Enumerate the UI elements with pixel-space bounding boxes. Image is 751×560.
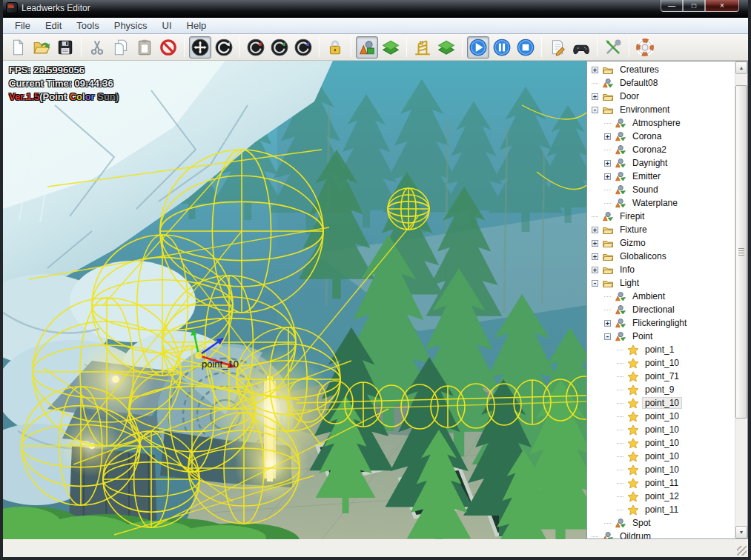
new-file-button[interactable]	[7, 36, 29, 59]
tree-item-label: Atmosphere	[629, 117, 684, 129]
menu-item-edit[interactable]: Edit	[38, 19, 69, 33]
resize-grip[interactable]	[737, 546, 747, 556]
tree-item-waterplane[interactable]: Waterplane	[588, 196, 735, 210]
scene-tree-panel: +CreaturesDefault08+Door-EnvironmentAtmo…	[586, 61, 748, 539]
tree-item-emitter[interactable]: +Emitter	[588, 170, 735, 183]
rotate-y-button[interactable]	[268, 36, 291, 59]
tree-item-spot[interactable]: Spot	[588, 516, 735, 530]
collapse-icon[interactable]: -	[604, 333, 611, 340]
expand-icon[interactable]: +	[604, 320, 611, 327]
scrollbar-down-button[interactable]: ▼	[735, 526, 747, 539]
main-area: point_10 FPS: 28.5996056 Current Time: 0…	[3, 61, 748, 539]
tree-item-light[interactable]: -Light	[588, 276, 735, 290]
minimize-button[interactable]: —	[661, 0, 683, 12]
menu-item-file[interactable]: File	[7, 19, 38, 33]
tree-item-point_10[interactable]: point_10	[588, 436, 735, 450]
tree-item-atmosphere[interactable]: Atmosphere	[588, 116, 735, 130]
tree-item-point_10[interactable]: point_10	[588, 410, 735, 423]
tree-item-daynight[interactable]: +Daynight	[588, 156, 735, 170]
lock-button[interactable]	[324, 36, 346, 59]
expand-icon[interactable]: +	[592, 227, 598, 233]
pause-button[interactable]	[491, 36, 513, 59]
expand-icon[interactable]: +	[604, 133, 611, 140]
tree-scrollbar[interactable]: ▲ ▼	[735, 61, 747, 539]
tree-item-point_10[interactable]: point_10	[588, 463, 735, 476]
collapse-icon[interactable]: -	[592, 107, 598, 113]
expand-icon[interactable]: +	[592, 253, 598, 260]
tree-item-flickeringlight[interactable]: +Flickeringlight	[588, 316, 735, 330]
tree-item-firepit[interactable]: Firepit	[588, 210, 735, 223]
tree-item-gizmo[interactable]: +Gizmo	[588, 236, 735, 250]
stop-button[interactable]	[515, 36, 537, 59]
tree-item-point_10[interactable]: point_10	[588, 356, 735, 370]
play-button[interactable]	[467, 36, 489, 59]
scrollbar-up-button[interactable]: ▲	[735, 61, 747, 74]
save-file-button[interactable]	[54, 36, 76, 59]
script-editor-button[interactable]	[546, 36, 569, 59]
expand-icon[interactable]: +	[592, 93, 598, 100]
tree-item-creatures[interactable]: +Creatures	[588, 63, 735, 76]
tree-item-point_71[interactable]: point_71	[588, 370, 735, 383]
new-file-icon	[8, 38, 27, 57]
tree-item-door[interactable]: +Door	[588, 90, 735, 103]
expand-icon[interactable]: +	[604, 160, 611, 167]
tree-item-corona[interactable]: +Corona	[588, 130, 735, 143]
open-file-button[interactable]	[30, 36, 53, 59]
close-button[interactable]: ×	[705, 0, 739, 12]
scrollbar-thumb[interactable]	[735, 85, 747, 419]
rotate-z-button[interactable]	[292, 36, 314, 59]
tree-item-point_10[interactable]: point_10	[588, 423, 735, 436]
paste-button[interactable]	[133, 36, 156, 59]
tree-item-point_1[interactable]: point_1	[588, 343, 735, 356]
game-controller-button[interactable]	[570, 36, 592, 59]
tree-item-ambient[interactable]: Ambient	[588, 290, 735, 303]
scene-mode-button[interactable]	[356, 36, 378, 59]
cut-button[interactable]	[86, 36, 108, 59]
menu-item-physics[interactable]: Physics	[107, 19, 155, 33]
tree-item-point_12[interactable]: point_12	[588, 490, 735, 503]
tree-item-point_10[interactable]: point_10	[588, 450, 735, 463]
tree-item-label: Daynight	[629, 157, 670, 169]
build-button[interactable]	[411, 36, 434, 59]
tree-item-oildrum[interactable]: Oildrum	[588, 530, 735, 539]
expand-icon[interactable]: +	[592, 240, 598, 247]
title-bar[interactable]: Leadwerks Editor —□×	[3, 0, 748, 18]
tree-item-point_9[interactable]: point_9	[588, 383, 735, 396]
tree-item-point_11[interactable]: point_11	[588, 503, 735, 516]
tree-item-sound[interactable]: Sound	[588, 183, 735, 196]
rotate-button[interactable]	[213, 36, 235, 59]
tree-item-point_10[interactable]: point_10	[588, 396, 735, 410]
expand-icon[interactable]: +	[592, 267, 598, 273]
collapse-icon[interactable]: -	[592, 280, 598, 287]
tree-item-label: Spot	[629, 517, 654, 529]
model-icon	[615, 118, 626, 129]
copy-button[interactable]	[110, 36, 132, 59]
terrain-edit-button[interactable]	[435, 36, 457, 59]
options-button[interactable]	[602, 36, 624, 59]
viewport-3d-scene[interactable]: point_10	[3, 61, 586, 539]
maximize-button[interactable]: □	[683, 0, 705, 12]
deselect-button[interactable]	[157, 36, 179, 59]
menu-item-help[interactable]: Help	[179, 19, 214, 33]
tree-item-point_11[interactable]: point_11	[588, 476, 735, 490]
rotate-x-button[interactable]	[245, 36, 267, 59]
menu-item-tools[interactable]: Tools	[69, 19, 106, 33]
expand-icon[interactable]: +	[604, 173, 611, 180]
tree-item-globalicons[interactable]: +Globalicons	[588, 250, 735, 263]
tree-item-label: point_10	[642, 450, 682, 462]
tree-item-fixture[interactable]: +Fixture	[588, 223, 735, 236]
help-button[interactable]	[634, 36, 656, 59]
scene-mode-icon	[357, 38, 377, 57]
tree-item-directional[interactable]: Directional	[588, 303, 735, 316]
translate-button[interactable]	[189, 36, 211, 59]
viewport-panel[interactable]: point_10 FPS: 28.5996056 Current Time: 0…	[3, 61, 586, 539]
expand-icon[interactable]: +	[592, 67, 598, 73]
menu-item-ui[interactable]: UI	[155, 19, 179, 33]
tree-item-corona2[interactable]: Corona2	[588, 143, 735, 156]
tree-item-info[interactable]: +Info	[588, 263, 735, 276]
scene-tree: +CreaturesDefault08+Door-EnvironmentAtmo…	[588, 61, 735, 539]
tree-item-default08[interactable]: Default08	[588, 76, 735, 90]
terrain-mode-button[interactable]	[380, 36, 402, 59]
tree-item-point[interactable]: -Point	[588, 330, 735, 343]
tree-item-environment[interactable]: -Environment	[588, 103, 735, 116]
